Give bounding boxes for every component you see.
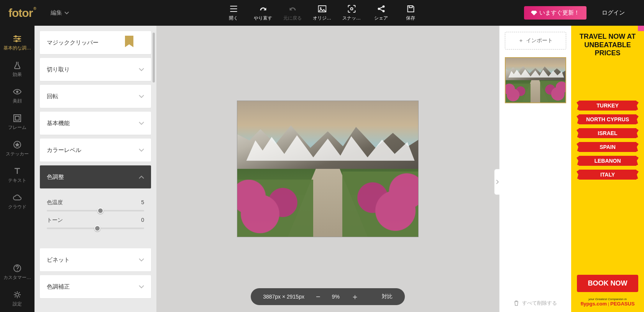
star-icon: [13, 140, 22, 149]
temperature-label: 色温度: [47, 199, 63, 206]
accordion-color-level[interactable]: カラーレベル: [40, 139, 151, 162]
accordion-magic-clipper[interactable]: マジッククリッパー: [40, 31, 151, 54]
rail-sticker[interactable]: ステッカー: [0, 135, 34, 162]
rail-frame[interactable]: フレーム: [0, 109, 34, 135]
zoom-in-button[interactable]: ＋: [351, 292, 359, 302]
open-button[interactable]: 開く: [219, 4, 248, 21]
chevron-down-icon: [139, 149, 144, 152]
chevron-down-icon: [139, 285, 144, 289]
ad-destination[interactable]: ISRAEL: [579, 128, 636, 138]
compare-button[interactable]: 対比: [382, 293, 393, 300]
svg-point-8: [18, 38, 20, 40]
svg-point-2: [350, 8, 353, 10]
svg-point-1: [320, 7, 321, 9]
save-icon: [406, 4, 415, 13]
thumbnail-panel: ＋ インポート すべて削除する: [499, 26, 571, 312]
accordion-crop[interactable]: 切り取り: [40, 58, 151, 81]
chevron-down-icon: [139, 122, 144, 125]
redo-icon: [258, 4, 268, 13]
chevron-up-icon: [139, 175, 144, 179]
svg-rect-6: [409, 6, 412, 8]
text-icon: [13, 167, 22, 176]
chevron-down-icon: [139, 258, 144, 262]
gear-icon: [13, 290, 22, 299]
share-button[interactable]: シェア: [366, 4, 396, 21]
upgrade-button[interactable]: いますぐ更新！: [524, 6, 586, 20]
cloud-icon: [13, 193, 22, 202]
ad-destination[interactable]: SPAIN: [579, 142, 636, 152]
ad-destination[interactable]: LEBANON: [579, 156, 636, 166]
image-dimensions: 3887px × 2915px: [263, 294, 304, 300]
svg-point-10: [16, 91, 18, 93]
frame-icon: [13, 114, 22, 123]
plus-icon: ＋: [518, 37, 524, 44]
ad-destination[interactable]: TURKEY: [579, 101, 636, 111]
image-icon: [317, 4, 327, 13]
rail-text[interactable]: テキスト: [0, 162, 34, 188]
original-button[interactable]: オリジ…: [307, 4, 337, 21]
accordion-color-adjust[interactable]: 色調整: [40, 165, 151, 188]
ad-headline: TRAVEL NOW AT UNBEATABLE PRICES: [575, 33, 640, 58]
edit-menu[interactable]: 編集: [51, 9, 69, 17]
zoom-out-button[interactable]: −: [316, 292, 320, 301]
canvas-image[interactable]: [237, 101, 419, 237]
save-button[interactable]: 保存: [396, 4, 426, 21]
flask-icon: [13, 61, 22, 70]
ad-footer: your Greatest Companion in flypgs.com | …: [580, 297, 634, 307]
ad-destination[interactable]: ITALY: [579, 170, 636, 180]
svg-point-9: [15, 40, 18, 42]
tone-label: トーン: [47, 217, 63, 224]
thumbnail-item[interactable]: [505, 57, 566, 103]
trash-icon: [514, 300, 519, 306]
svg-point-16: [16, 293, 19, 296]
chevron-down-icon: [139, 68, 144, 71]
redo-button[interactable]: やり直す: [248, 4, 278, 21]
rail-settings[interactable]: 設定: [0, 286, 34, 312]
rail-beauty[interactable]: 美顔: [0, 83, 34, 109]
ad-cta-button[interactable]: BOOK NOW: [577, 275, 638, 292]
temperature-slider[interactable]: [47, 210, 144, 211]
sliders-icon: [13, 34, 22, 43]
color-adjust-controls: 色温度 5 トーン 0: [40, 192, 151, 238]
svg-point-15: [17, 270, 18, 271]
ad-banner: TRAVEL NOW AT UNBEATABLE PRICES TURKEY N…: [571, 26, 644, 312]
rail-cloud[interactable]: クラウド: [0, 188, 34, 215]
accordion-basic-functions[interactable]: 基本機能: [40, 112, 151, 135]
snapshot-button[interactable]: スナッ…: [337, 4, 366, 21]
collapse-handle[interactable]: [494, 169, 499, 195]
ad-destination[interactable]: NORTH CYPRUS: [579, 114, 636, 124]
accordion-rotate[interactable]: 回転: [40, 85, 151, 108]
diamond-icon: [531, 10, 537, 16]
snapshot-icon: [347, 4, 356, 13]
premium-ribbon-icon: [125, 36, 133, 47]
zoom-bar: 3887px × 2915px − 9% ＋ 対比: [251, 288, 405, 305]
canvas-area: 3887px × 2915px − 9% ＋ 対比: [156, 26, 499, 312]
options-panel: マジッククリッパー 切り取り 回転 基本機能 カラーレベル 色調整: [34, 26, 156, 312]
accordion-vignette[interactable]: ビネット: [40, 248, 151, 271]
panel-scrollbar[interactable]: [153, 33, 155, 83]
tone-value: 0: [141, 217, 144, 224]
import-button[interactable]: ＋ インポート: [505, 32, 566, 50]
share-icon: [376, 4, 386, 13]
temperature-value: 5: [141, 199, 144, 206]
rail-effect[interactable]: 効果: [0, 56, 34, 83]
undo-icon: [288, 4, 297, 13]
accordion-color-correction[interactable]: 色調補正: [40, 275, 151, 298]
logo: fotor®: [8, 7, 36, 20]
svg-rect-11: [14, 115, 21, 122]
tone-slider[interactable]: [47, 228, 144, 229]
ad-close-icon[interactable]: [638, 26, 644, 31]
delete-all-button[interactable]: すべて削除する: [499, 300, 571, 307]
svg-rect-12: [15, 116, 19, 120]
help-icon: [13, 264, 22, 273]
login-link[interactable]: ログイン: [602, 9, 625, 17]
menu-icon: [229, 4, 238, 13]
chevron-down-icon: [139, 95, 144, 98]
undo-button: 元に戻る: [278, 4, 307, 21]
svg-point-7: [15, 35, 17, 38]
rail-basic[interactable]: 基本的な調…: [0, 30, 34, 56]
chevron-down-icon: [64, 12, 69, 15]
top-bar: fotor® 編集 開く やり直す 元に戻る オリジ… スナッ… シェア: [0, 0, 644, 26]
rail-customer[interactable]: カスタマー…: [0, 259, 34, 286]
top-tools: 開く やり直す 元に戻る オリジ… スナッ… シェア 保存: [219, 4, 426, 21]
